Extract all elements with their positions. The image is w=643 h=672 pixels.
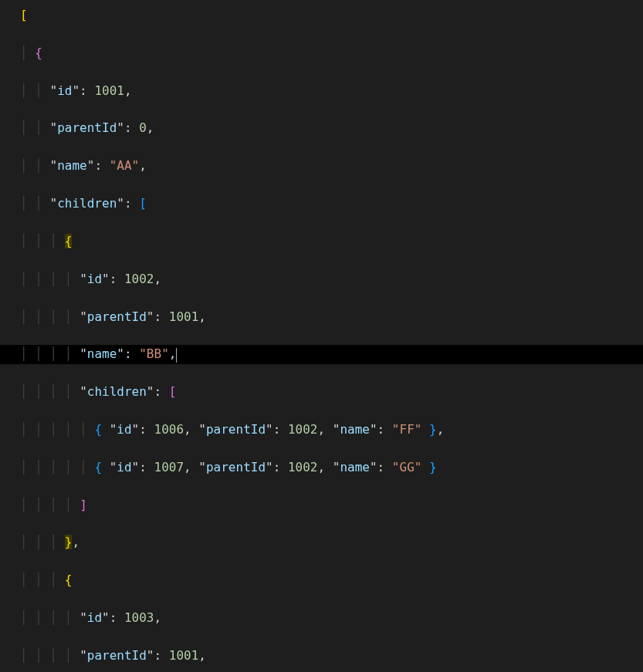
bracket-open: [ bbox=[20, 8, 28, 22]
code-line[interactable]: │ │ "children": [ bbox=[15, 194, 643, 213]
json-key-name: name bbox=[87, 346, 117, 361]
json-key-id: id bbox=[117, 422, 131, 437]
json-number: 1007 bbox=[154, 460, 184, 474]
code-line[interactable]: │ │ │ }, bbox=[15, 533, 643, 552]
code-line-active[interactable]: │ │ │ │ "name": "BB", bbox=[15, 345, 643, 363]
json-key-parentid: parentId bbox=[206, 460, 266, 474]
json-key-parentid: parentId bbox=[87, 309, 147, 324]
brace-close: } bbox=[429, 460, 437, 474]
json-string: "AA" bbox=[110, 158, 140, 173]
json-key-id: id bbox=[57, 83, 72, 98]
code-line[interactable]: │ │ │ │ │ { "id": 1006, "parentId": 1002… bbox=[15, 420, 643, 439]
code-line[interactable]: │ │ │ │ "children": [ bbox=[15, 383, 643, 401]
code-editor[interactable]: [ │ { │ │ "id": 1001, │ │ "parentId": 0,… bbox=[0, 0, 643, 672]
code-line[interactable]: │ │ │ │ "parentId": 1001, bbox=[15, 647, 643, 665]
json-string: "GG" bbox=[392, 460, 422, 474]
json-key-children: children bbox=[57, 196, 117, 211]
brace-open: { bbox=[94, 422, 102, 437]
code-line[interactable]: │ │ │ { bbox=[15, 232, 643, 251]
code-line[interactable]: │ { bbox=[15, 44, 643, 62]
json-string: "FF" bbox=[392, 422, 422, 437]
json-key-id: id bbox=[87, 272, 102, 286]
brace-close: } bbox=[429, 422, 437, 437]
json-number: 0 bbox=[139, 120, 147, 135]
json-number: 1002 bbox=[124, 272, 154, 286]
code-line[interactable]: │ │ │ │ ] bbox=[15, 496, 643, 515]
brace-open-matched: { bbox=[65, 234, 73, 248]
json-key-children: children bbox=[87, 384, 147, 399]
json-number: 1002 bbox=[288, 460, 318, 474]
json-string: "BB" bbox=[139, 346, 169, 361]
json-key-parentid: parentId bbox=[87, 648, 147, 663]
json-key-name: name bbox=[340, 460, 370, 474]
json-key-parentid: parentId bbox=[57, 120, 117, 135]
bracket-open: [ bbox=[169, 384, 177, 399]
code-line[interactable]: │ │ │ │ "id": 1003, bbox=[15, 609, 643, 627]
text-cursor bbox=[176, 348, 177, 363]
bracket-open: [ bbox=[139, 196, 147, 211]
json-number: 1003 bbox=[124, 610, 154, 625]
json-number: 1002 bbox=[288, 422, 318, 437]
json-key-id: id bbox=[117, 460, 131, 474]
code-line[interactable]: │ │ │ │ "id": 1002, bbox=[15, 270, 643, 289]
code-line[interactable]: │ │ "parentId": 0, bbox=[15, 119, 643, 137]
brace-open: { bbox=[65, 572, 73, 587]
json-number: 1001 bbox=[169, 309, 199, 324]
code-line[interactable]: │ │ │ │ "parentId": 1001, bbox=[15, 308, 643, 326]
code-line[interactable]: │ │ │ { bbox=[15, 571, 643, 589]
json-number: 1001 bbox=[169, 648, 199, 663]
json-key-name: name bbox=[57, 158, 87, 173]
code-line[interactable]: [ bbox=[15, 6, 643, 25]
code-line[interactable]: │ │ │ │ │ { "id": 1007, "parentId": 1002… bbox=[15, 458, 643, 477]
code-line[interactable]: │ │ "id": 1001, bbox=[15, 82, 643, 100]
json-key-parentid: parentId bbox=[206, 422, 266, 437]
bracket-close: ] bbox=[80, 498, 87, 512]
json-number: 1006 bbox=[154, 422, 184, 437]
brace-open: { bbox=[35, 46, 42, 60]
json-key-name: name bbox=[340, 422, 370, 437]
json-number: 1001 bbox=[94, 83, 124, 98]
brace-open: { bbox=[94, 460, 102, 474]
code-line[interactable]: │ │ "name": "AA", bbox=[15, 157, 643, 175]
json-key-id: id bbox=[87, 610, 102, 625]
